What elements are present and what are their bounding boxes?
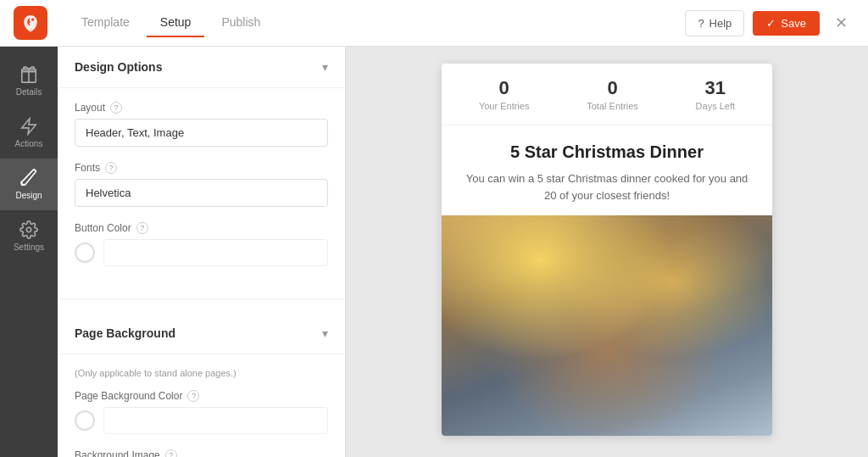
bg-color-label: Page Background Color ? bbox=[75, 390, 328, 402]
button-color-field: Button Color ? bbox=[75, 222, 328, 266]
fonts-help-icon[interactable]: ? bbox=[105, 162, 117, 174]
stats-bar: 0 Your Entries 0 Total Entries 31 Days L… bbox=[442, 64, 772, 125]
sidebar-label-settings: Settings bbox=[14, 242, 44, 252]
page-background-title: Page Background bbox=[75, 326, 175, 340]
button-color-swatch bbox=[103, 239, 328, 266]
bg-color-help-icon[interactable]: ? bbox=[187, 390, 199, 402]
design-options-header[interactable]: Design Options ▾ bbox=[58, 47, 345, 88]
sidebar-label-actions: Actions bbox=[15, 139, 43, 148]
preview-card: 0 Your Entries 0 Total Entries 31 Days L… bbox=[442, 64, 772, 436]
sidebar-item-settings[interactable]: Settings bbox=[0, 210, 58, 262]
bolt-icon bbox=[19, 117, 38, 136]
stat-total-entries: 0 Total Entries bbox=[587, 77, 638, 111]
button-color-help-icon[interactable]: ? bbox=[136, 222, 148, 234]
preview-content: 5 Star Christmas Dinner You can win a 5 … bbox=[442, 125, 772, 215]
layout-field: Layout ? bbox=[75, 102, 328, 147]
page-background-chevron: ▾ bbox=[322, 326, 328, 340]
fonts-label: Fonts ? bbox=[75, 162, 328, 174]
button-color-circle[interactable] bbox=[75, 242, 95, 263]
stat-total-entries-value: 0 bbox=[587, 77, 638, 99]
bg-image-label: Background Image ? bbox=[75, 449, 328, 457]
sidebar-label-details: Details bbox=[16, 87, 42, 97]
bg-color-field: Page Background Color ? bbox=[75, 390, 328, 434]
gear-icon bbox=[19, 220, 38, 239]
sidebar-item-design[interactable]: Design bbox=[0, 159, 58, 210]
check-icon: ✓ bbox=[766, 17, 776, 30]
button-color-label: Button Color ? bbox=[75, 222, 328, 234]
stat-days-left-label: Days Left bbox=[696, 101, 735, 111]
bg-image-help-icon[interactable]: ? bbox=[165, 449, 177, 457]
logo bbox=[14, 6, 47, 40]
layout-help-icon[interactable]: ? bbox=[110, 102, 122, 114]
bg-image-field: Background Image ? Select Image bbox=[75, 449, 328, 457]
tab-publish[interactable]: Publish bbox=[208, 8, 274, 37]
design-options-title: Design Options bbox=[75, 60, 162, 74]
page-background-body: (Only applicable to stand alone pages.) … bbox=[58, 354, 345, 457]
help-button[interactable]: ? Help bbox=[685, 10, 744, 36]
preview-title: 5 Star Christmas Dinner bbox=[462, 142, 752, 162]
icon-sidebar: Details Actions Design Settings bbox=[0, 47, 58, 457]
nav-tabs: Template Setup Publish bbox=[68, 8, 685, 37]
preview-description: You can win a 5 star Christmas dinner co… bbox=[462, 170, 752, 203]
preview-image bbox=[442, 215, 772, 436]
design-options-body: Layout ? Fonts ? Button Color ? bbox=[58, 88, 345, 295]
layout-input[interactable] bbox=[75, 119, 328, 147]
svg-marker-2 bbox=[22, 119, 36, 134]
stat-total-entries-label: Total Entries bbox=[587, 101, 638, 111]
nav-actions: ? Help ✓ Save ✕ bbox=[685, 10, 854, 36]
sidebar-item-details[interactable]: Details bbox=[0, 55, 58, 107]
gift-icon bbox=[19, 65, 38, 84]
svg-point-3 bbox=[26, 227, 31, 232]
tab-template[interactable]: Template bbox=[68, 8, 143, 37]
close-button[interactable]: ✕ bbox=[828, 10, 854, 36]
bg-color-circle[interactable] bbox=[75, 410, 95, 431]
page-background-header[interactable]: Page Background ▾ bbox=[58, 313, 345, 354]
sidebar-item-actions[interactable]: Actions bbox=[0, 107, 58, 159]
fonts-input[interactable] bbox=[75, 179, 328, 207]
button-color-row bbox=[75, 239, 328, 266]
design-options-chevron: ▾ bbox=[322, 60, 328, 74]
layout-label: Layout ? bbox=[75, 102, 328, 114]
tab-setup[interactable]: Setup bbox=[147, 8, 205, 37]
photo-simulation bbox=[442, 215, 772, 436]
stat-your-entries-value: 0 bbox=[479, 77, 530, 99]
preview-area: 0 Your Entries 0 Total Entries 31 Days L… bbox=[346, 47, 868, 457]
stat-days-left: 31 Days Left bbox=[696, 77, 735, 111]
bg-color-row bbox=[75, 407, 328, 434]
svg-point-0 bbox=[31, 18, 34, 20]
options-panel: Design Options ▾ Layout ? Fonts ? bbox=[58, 47, 346, 457]
stat-your-entries-label: Your Entries bbox=[479, 101, 530, 111]
stat-your-entries: 0 Your Entries bbox=[479, 77, 530, 111]
page-background-note: (Only applicable to stand alone pages.) bbox=[75, 368, 328, 378]
sidebar-label-design: Design bbox=[15, 191, 42, 200]
main-layout: Details Actions Design Settings D bbox=[0, 47, 868, 457]
question-icon: ? bbox=[698, 17, 704, 30]
brush-icon bbox=[19, 169, 38, 187]
fonts-field: Fonts ? bbox=[75, 162, 328, 207]
stat-days-left-value: 31 bbox=[696, 77, 735, 99]
bg-color-swatch bbox=[103, 407, 328, 434]
save-button[interactable]: ✓ Save bbox=[753, 11, 820, 36]
top-nav: Template Setup Publish ? Help ✓ Save ✕ bbox=[0, 0, 868, 47]
